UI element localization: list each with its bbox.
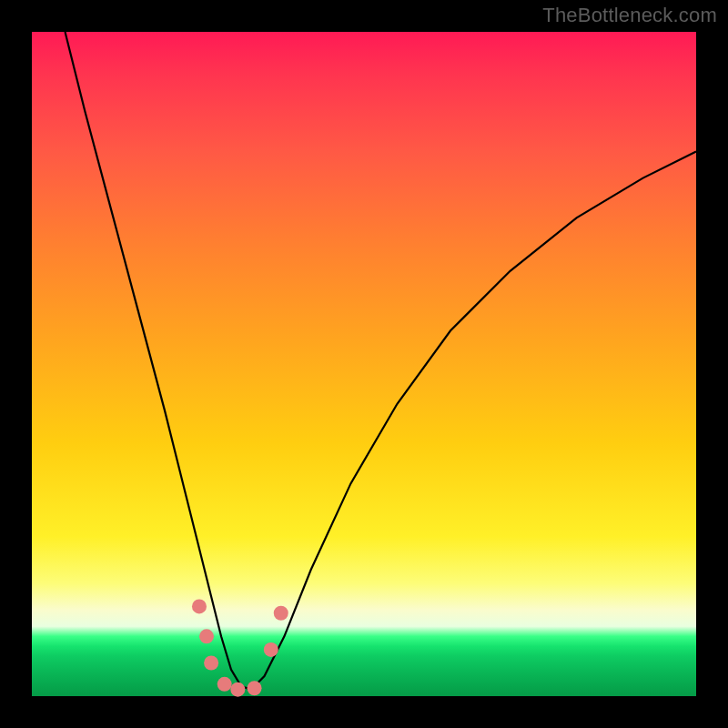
plot-area bbox=[32, 32, 696, 696]
data-point bbox=[230, 682, 245, 697]
data-point bbox=[264, 642, 278, 657]
chart-frame: TheBottleneck.com bbox=[0, 0, 728, 728]
data-point bbox=[192, 599, 207, 613]
data-point bbox=[199, 629, 214, 643]
bottleneck-curve bbox=[66, 32, 697, 690]
data-point bbox=[204, 656, 218, 671]
data-point bbox=[248, 681, 262, 695]
curve-svg bbox=[32, 32, 696, 696]
data-points-group bbox=[192, 599, 288, 696]
data-point bbox=[274, 606, 288, 621]
data-point bbox=[217, 677, 232, 692]
watermark-text: TheBottleneck.com bbox=[542, 4, 717, 27]
